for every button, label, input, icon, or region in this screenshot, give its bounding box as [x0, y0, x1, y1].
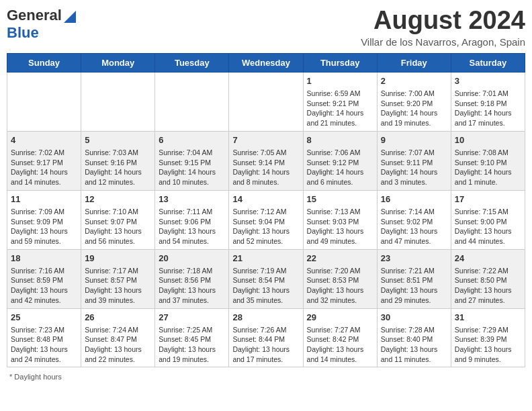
- calendar-day-cell: 4Sunrise: 7:02 AM Sunset: 9:17 PM Daylig…: [7, 131, 81, 190]
- day-info: Sunrise: 7:26 AM Sunset: 8:44 PM Dayligh…: [232, 325, 299, 365]
- month-title: August 2024: [361, 7, 525, 35]
- day-info: Sunrise: 7:09 AM Sunset: 9:09 PM Dayligh…: [11, 207, 77, 246]
- calendar-day-header: Saturday: [451, 53, 525, 72]
- svg-marker-0: [64, 11, 76, 23]
- calendar-day-cell: 15Sunrise: 7:13 AM Sunset: 9:03 PM Dayli…: [303, 190, 377, 249]
- day-info: Sunrise: 7:02 AM Sunset: 9:17 PM Dayligh…: [11, 148, 77, 187]
- calendar-day-cell: 12Sunrise: 7:10 AM Sunset: 9:07 PM Dayli…: [81, 190, 155, 249]
- calendar-day-cell: 3Sunrise: 7:01 AM Sunset: 9:18 PM Daylig…: [451, 72, 525, 131]
- day-number: 13: [159, 193, 225, 205]
- calendar-week-row: 1Sunrise: 6:59 AM Sunset: 9:21 PM Daylig…: [7, 72, 525, 131]
- day-number: 25: [11, 312, 77, 324]
- calendar-day-cell: 28Sunrise: 7:26 AM Sunset: 8:44 PM Dayli…: [229, 308, 303, 367]
- day-info: Sunrise: 7:27 AM Sunset: 8:42 PM Dayligh…: [307, 325, 373, 365]
- day-number: 19: [85, 253, 151, 265]
- calendar-week-row: 11Sunrise: 7:09 AM Sunset: 9:09 PM Dayli…: [7, 190, 525, 249]
- calendar-day-cell: [229, 72, 303, 131]
- calendar-day-cell: 5Sunrise: 7:03 AM Sunset: 9:16 PM Daylig…: [81, 131, 155, 190]
- day-info: Sunrise: 7:22 AM Sunset: 8:50 PM Dayligh…: [455, 266, 521, 306]
- calendar-header-row: SundayMondayTuesdayWednesdayThursdayFrid…: [7, 53, 525, 72]
- day-info: Sunrise: 7:01 AM Sunset: 9:18 PM Dayligh…: [455, 89, 521, 128]
- day-info: Sunrise: 6:59 AM Sunset: 9:21 PM Dayligh…: [307, 89, 373, 128]
- calendar-day-cell: 1Sunrise: 6:59 AM Sunset: 9:21 PM Daylig…: [303, 72, 377, 131]
- calendar-day-cell: [7, 72, 81, 131]
- day-number: 8: [307, 134, 373, 146]
- calendar-day-cell: 16Sunrise: 7:14 AM Sunset: 9:02 PM Dayli…: [377, 190, 451, 249]
- calendar-day-header: Thursday: [303, 53, 377, 72]
- day-info: Sunrise: 7:21 AM Sunset: 8:51 PM Dayligh…: [381, 266, 447, 306]
- day-number: 5: [85, 134, 151, 146]
- day-number: 24: [455, 253, 521, 265]
- calendar-day-cell: 26Sunrise: 7:24 AM Sunset: 8:47 PM Dayli…: [81, 308, 155, 367]
- calendar-day-cell: 22Sunrise: 7:20 AM Sunset: 8:53 PM Dayli…: [303, 249, 377, 308]
- calendar-day-cell: 25Sunrise: 7:23 AM Sunset: 8:48 PM Dayli…: [7, 308, 81, 367]
- day-info: Sunrise: 7:28 AM Sunset: 8:40 PM Dayligh…: [381, 325, 447, 365]
- day-number: 18: [11, 253, 77, 265]
- day-number: 2: [381, 75, 447, 87]
- day-number: 26: [85, 312, 151, 324]
- footer-note: * Daylight hours: [7, 373, 525, 381]
- calendar-day-header: Sunday: [7, 53, 81, 72]
- day-info: Sunrise: 7:10 AM Sunset: 9:07 PM Dayligh…: [85, 207, 151, 246]
- day-info: Sunrise: 7:14 AM Sunset: 9:02 PM Dayligh…: [381, 207, 447, 246]
- day-info: Sunrise: 7:17 AM Sunset: 8:57 PM Dayligh…: [85, 266, 151, 306]
- day-number: 22: [307, 253, 373, 265]
- day-info: Sunrise: 7:04 AM Sunset: 9:15 PM Dayligh…: [159, 148, 225, 187]
- calendar-day-cell: 19Sunrise: 7:17 AM Sunset: 8:57 PM Dayli…: [81, 249, 155, 308]
- day-info: Sunrise: 7:03 AM Sunset: 9:16 PM Dayligh…: [85, 148, 151, 187]
- day-number: 28: [232, 312, 299, 324]
- calendar-day-header: Tuesday: [155, 53, 229, 72]
- day-number: 12: [85, 193, 151, 205]
- day-number: 6: [159, 134, 225, 146]
- day-info: Sunrise: 7:20 AM Sunset: 8:53 PM Dayligh…: [307, 266, 373, 306]
- location-title: Villar de los Navarros, Aragon, Spain: [361, 36, 525, 48]
- calendar-week-row: 18Sunrise: 7:16 AM Sunset: 8:59 PM Dayli…: [7, 249, 525, 308]
- calendar-day-cell: 18Sunrise: 7:16 AM Sunset: 8:59 PM Dayli…: [7, 249, 81, 308]
- page-header: General Blue August 2024 Villar de los N…: [7, 7, 525, 48]
- calendar-week-row: 4Sunrise: 7:02 AM Sunset: 9:17 PM Daylig…: [7, 131, 525, 190]
- calendar-day-cell: 23Sunrise: 7:21 AM Sunset: 8:51 PM Dayli…: [377, 249, 451, 308]
- day-number: 21: [232, 253, 299, 265]
- calendar-day-cell: 14Sunrise: 7:12 AM Sunset: 9:04 PM Dayli…: [229, 190, 303, 249]
- day-number: 20: [159, 253, 225, 265]
- day-info: Sunrise: 7:23 AM Sunset: 8:48 PM Dayligh…: [11, 325, 77, 365]
- calendar-day-header: Monday: [81, 53, 155, 72]
- calendar-day-header: Wednesday: [229, 53, 303, 72]
- day-number: 16: [381, 193, 447, 205]
- day-number: 27: [159, 312, 225, 324]
- day-info: Sunrise: 7:25 AM Sunset: 8:45 PM Dayligh…: [159, 325, 225, 365]
- day-number: 14: [232, 193, 299, 205]
- logo-arrow-icon: [64, 8, 76, 23]
- calendar-day-header: Friday: [377, 53, 451, 72]
- day-info: Sunrise: 7:05 AM Sunset: 9:14 PM Dayligh…: [232, 148, 299, 187]
- day-number: 17: [455, 193, 521, 205]
- calendar-day-cell: 10Sunrise: 7:08 AM Sunset: 9:10 PM Dayli…: [451, 131, 525, 190]
- day-number: 9: [381, 134, 447, 146]
- calendar-day-cell: 8Sunrise: 7:06 AM Sunset: 9:12 PM Daylig…: [303, 131, 377, 190]
- logo-blue: Blue: [7, 24, 39, 41]
- day-number: 11: [11, 193, 77, 205]
- calendar-day-cell: 2Sunrise: 7:00 AM Sunset: 9:20 PM Daylig…: [377, 72, 451, 131]
- day-info: Sunrise: 7:07 AM Sunset: 9:11 PM Dayligh…: [381, 148, 447, 187]
- day-number: 7: [232, 134, 299, 146]
- day-info: Sunrise: 7:08 AM Sunset: 9:10 PM Dayligh…: [455, 148, 521, 187]
- calendar-day-cell: 21Sunrise: 7:19 AM Sunset: 8:54 PM Dayli…: [229, 249, 303, 308]
- calendar-day-cell: 24Sunrise: 7:22 AM Sunset: 8:50 PM Dayli…: [451, 249, 525, 308]
- logo: General Blue: [7, 7, 76, 42]
- calendar-day-cell: [155, 72, 229, 131]
- calendar-day-cell: 9Sunrise: 7:07 AM Sunset: 9:11 PM Daylig…: [377, 131, 451, 190]
- calendar-day-cell: 20Sunrise: 7:18 AM Sunset: 8:56 PM Dayli…: [155, 249, 229, 308]
- day-number: 10: [455, 134, 521, 146]
- calendar-day-cell: 31Sunrise: 7:29 AM Sunset: 8:39 PM Dayli…: [451, 308, 525, 367]
- logo-general: General: [7, 7, 62, 24]
- calendar-table: SundayMondayTuesdayWednesdayThursdayFrid…: [7, 53, 525, 368]
- day-info: Sunrise: 7:06 AM Sunset: 9:12 PM Dayligh…: [307, 148, 373, 187]
- calendar-day-cell: [81, 72, 155, 131]
- calendar-day-cell: 17Sunrise: 7:15 AM Sunset: 9:00 PM Dayli…: [451, 190, 525, 249]
- day-info: Sunrise: 7:15 AM Sunset: 9:00 PM Dayligh…: [455, 207, 521, 246]
- day-number: 30: [381, 312, 447, 324]
- day-info: Sunrise: 7:00 AM Sunset: 9:20 PM Dayligh…: [381, 89, 447, 128]
- day-info: Sunrise: 7:12 AM Sunset: 9:04 PM Dayligh…: [232, 207, 299, 246]
- day-number: 4: [11, 134, 77, 146]
- calendar-day-cell: 11Sunrise: 7:09 AM Sunset: 9:09 PM Dayli…: [7, 190, 81, 249]
